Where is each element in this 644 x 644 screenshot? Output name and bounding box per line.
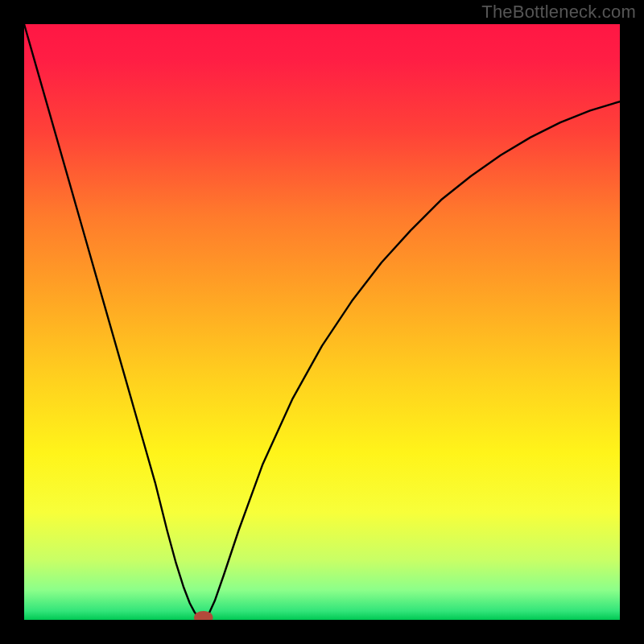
gradient-background — [24, 24, 620, 620]
chart-frame — [24, 24, 620, 620]
watermark-text: TheBottleneck.com — [481, 2, 636, 23]
bottleneck-chart — [24, 24, 620, 620]
